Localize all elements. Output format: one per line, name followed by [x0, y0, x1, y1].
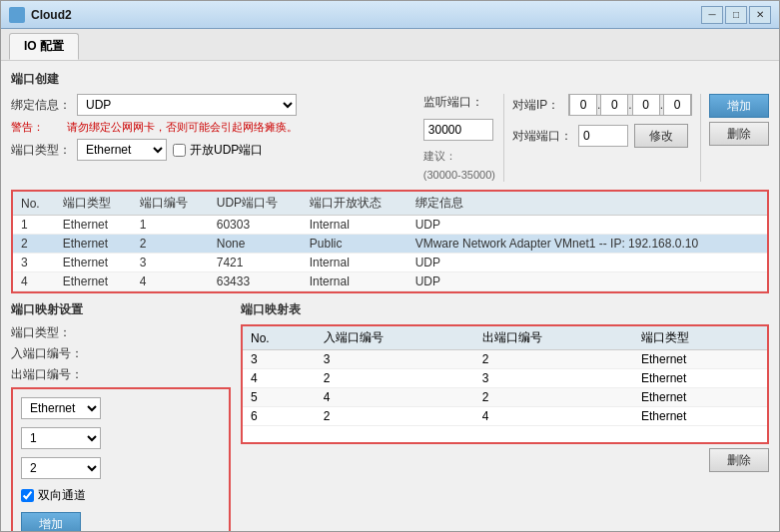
- action-col: 增加 删除: [701, 94, 769, 182]
- maximize-button[interactable]: □: [725, 6, 747, 24]
- close-button[interactable]: ✕: [749, 6, 771, 24]
- cloud-icon: [9, 7, 25, 23]
- mapping-in-port-row: 入端口编号：: [11, 345, 231, 362]
- bind-label: 绑定信息：: [11, 97, 71, 114]
- mapping-table-wrapper: No. 入端口编号 出端口编号 端口类型 332Ethernet423Ether…: [241, 324, 769, 444]
- mapping-table-header: No. 入端口编号 出端口编号 端口类型: [243, 326, 767, 350]
- listen-port-label: 监听端口：: [423, 94, 483, 111]
- remote-port-label: 对端端口：: [512, 128, 572, 145]
- remote-col: 对端IP： . . . 对端: [504, 94, 701, 182]
- ip-seg-4[interactable]: [663, 94, 691, 116]
- table-cell-number: 1: [132, 216, 209, 235]
- bidirectional-row: 双向通道: [21, 487, 221, 504]
- table-row[interactable]: 4Ethernet463433InternalUDP: [13, 272, 767, 291]
- port-creation-title: 端口创建: [11, 71, 769, 88]
- tab-io-config[interactable]: IO 配置: [9, 33, 79, 60]
- table-cell-no: 4: [13, 272, 55, 291]
- mapping-out-port-row: 出端口编号：: [11, 366, 231, 383]
- port-table-body: 1Ethernet160303InternalUDP2Ethernet2None…: [13, 216, 767, 291]
- hint-range: (30000-35000): [423, 169, 495, 181]
- ip-input-box: . . .: [568, 94, 692, 116]
- port-table-section: No. 端口类型 端口编号 UDP端口号 端口开放状态 绑定信息 1Ethern…: [11, 190, 769, 293]
- table-cell-type: Ethernet: [55, 254, 132, 272]
- mapping-add-button[interactable]: 增加: [21, 512, 81, 531]
- udp-checkbox[interactable]: [173, 144, 186, 157]
- map-col-no: No.: [243, 326, 316, 350]
- listen-col: 监听端口： 建议： (30000-35000): [423, 94, 504, 182]
- col-binding: 绑定信息: [407, 192, 767, 216]
- table-cell-number: 2: [132, 235, 209, 254]
- mapping-port-type-label: 端口类型：: [11, 324, 71, 341]
- map-cell-out: 2: [474, 388, 633, 407]
- listen-port-value-row: [423, 119, 495, 141]
- mapping-table: No. 入端口编号 出端口编号 端口类型 332Ethernet423Ether…: [243, 326, 767, 426]
- port-table-header: No. 端口类型 端口编号 UDP端口号 端口开放状态 绑定信息: [13, 192, 767, 216]
- table-cell-udp: 63433: [209, 272, 302, 291]
- map-col-type: 端口类型: [633, 326, 767, 350]
- ip-seg-2[interactable]: [600, 94, 628, 116]
- list-item[interactable]: 332Ethernet: [243, 350, 767, 369]
- ip-seg-3[interactable]: [632, 94, 660, 116]
- col-status: 端口开放状态: [302, 192, 407, 216]
- port-creation-section: 端口创建 绑定信息： UDP 警告： 请勿绑定公网网卡，否则可能会引起网络瘫痪。: [11, 71, 769, 182]
- udp-checkbox-row: 开放UDP端口: [173, 142, 263, 159]
- table-cell-type: Ethernet: [55, 272, 132, 291]
- bottom-section: 端口映射设置 端口类型： 入端口编号： 出端口编号： Ethernet: [11, 301, 769, 531]
- remote-port-input[interactable]: [578, 125, 628, 147]
- mapping-add-row: 增加: [21, 512, 221, 531]
- table-cell-number: 4: [132, 272, 209, 291]
- remote-ip-row: 对端IP： . . .: [512, 94, 692, 116]
- table-cell-number: 3: [132, 254, 209, 272]
- mapping-delete-row: 删除: [241, 448, 769, 472]
- add-port-button[interactable]: 增加: [709, 94, 769, 118]
- table-row[interactable]: 3Ethernet37421InternalUDP: [13, 254, 767, 272]
- table-row[interactable]: 2Ethernet2NonePublicVMware Network Adapt…: [13, 235, 767, 254]
- list-item[interactable]: 542Ethernet: [243, 388, 767, 407]
- mapping-in-select[interactable]: 1 2 3 4: [21, 427, 101, 449]
- delete-port-button[interactable]: 删除: [709, 122, 769, 146]
- hint-label: 建议：: [423, 150, 456, 162]
- mapping-table-section: 端口映射表 No. 入端口编号 出端口编号 端口类型: [241, 301, 769, 531]
- table-cell-binding: UDP: [407, 272, 767, 291]
- map-cell-out: 2: [474, 350, 633, 369]
- map-cell-no: 4: [243, 369, 316, 388]
- main-content: 端口创建 绑定信息： UDP 警告： 请勿绑定公网网卡，否则可能会引起网络瘫痪。: [1, 61, 779, 531]
- map-cell-no: 3: [243, 350, 316, 369]
- bind-select[interactable]: UDP: [77, 94, 297, 116]
- table-row[interactable]: 1Ethernet160303InternalUDP: [13, 216, 767, 235]
- list-item[interactable]: 423Ethernet: [243, 369, 767, 388]
- table-cell-binding: UDP: [407, 216, 767, 235]
- mapping-delete-button[interactable]: 删除: [709, 448, 769, 472]
- modify-button[interactable]: 修改: [634, 124, 688, 148]
- listen-port-input[interactable]: [423, 119, 493, 141]
- table-cell-status: Internal: [302, 272, 407, 291]
- map-cell-in: 4: [316, 388, 474, 407]
- port-type-select[interactable]: Ethernet: [77, 139, 167, 161]
- map-cell-type: Ethernet: [633, 407, 767, 426]
- window-title: Cloud2: [31, 8, 72, 22]
- port-table: No. 端口类型 端口编号 UDP端口号 端口开放状态 绑定信息 1Ethern…: [13, 192, 767, 291]
- mapping-out-select[interactable]: 2 1 3 4: [21, 457, 101, 479]
- ip-seg-1[interactable]: [569, 94, 597, 116]
- mapping-port-type-row: 端口类型：: [11, 324, 231, 341]
- table-cell-no: 2: [13, 235, 55, 254]
- table-cell-status: Internal: [302, 216, 407, 235]
- table-cell-udp: 7421: [209, 254, 302, 272]
- listen-port-row: 监听端口：: [423, 94, 495, 111]
- table-cell-binding: VMware Network Adapter VMnet1 -- IP: 192…: [407, 235, 767, 254]
- list-item[interactable]: 624Ethernet: [243, 407, 767, 426]
- mapping-type-select[interactable]: Ethernet: [21, 397, 101, 419]
- map-col-out: 出端口编号: [474, 326, 633, 350]
- hint-row: 建议：: [423, 149, 495, 164]
- table-cell-no: 3: [13, 254, 55, 272]
- mapping-out-select-row: 2 1 3 4: [21, 457, 221, 479]
- bidirectional-checkbox[interactable]: [21, 489, 34, 502]
- minimize-button[interactable]: ─: [701, 6, 723, 24]
- col-type: 端口类型: [55, 192, 132, 216]
- udp-checkbox-label: 开放UDP端口: [190, 142, 263, 159]
- table-cell-type: Ethernet: [55, 216, 132, 235]
- mapping-table-body: 332Ethernet423Ethernet542Ethernet624Ethe…: [243, 350, 767, 426]
- map-cell-type: Ethernet: [633, 369, 767, 388]
- warning-row: 警告： 请勿绑定公网网卡，否则可能会引起网络瘫痪。: [11, 120, 413, 135]
- map-cell-type: Ethernet: [633, 350, 767, 369]
